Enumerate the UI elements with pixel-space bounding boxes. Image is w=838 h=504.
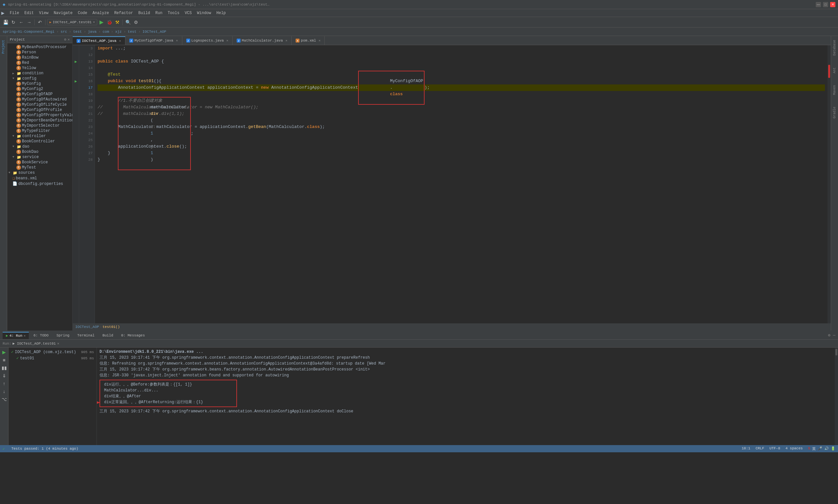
menu-refactor[interactable]: Refactor [112,10,136,16]
menu-navigate[interactable]: Navigate [51,10,75,16]
undo-button[interactable]: ↶ [36,19,43,26]
menu-run[interactable]: Run [153,10,165,16]
database-tab[interactable]: Database [832,37,837,58]
nav-project[interactable]: spring-01-Component_Regi [3,30,54,34]
down-button[interactable]: ↓ [1,388,7,395]
tab-logaspects[interactable]: J LogAspects.java ✕ [182,36,233,45]
tab-messages[interactable]: 0: Messages [118,332,148,339]
breadcrumb-class[interactable]: IOCTest_AOP [75,325,99,329]
back-button[interactable]: ← [18,19,25,26]
tree-item-mybeanpostprocessor[interactable]: C MyBeanPostProcessor [7,44,72,50]
run-coverage-button[interactable]: ⚒ [113,19,121,26]
tab-todo[interactable]: 6: TODO [30,332,52,339]
gutter-cell-16[interactable]: ▶ [73,78,79,85]
tree-item-mytypefilter[interactable]: C MyTypeFilter [7,128,72,133]
tab-ioctest-aop[interactable]: J IOCTest_AOP.java ✕ [73,36,125,45]
tab-close-icon[interactable]: ✕ [227,39,229,42]
panel-settings-icon[interactable]: ⚙ [828,333,831,338]
menu-code[interactable]: Code [75,10,90,16]
run-tab-close[interactable]: ✕ [23,334,25,338]
maximize-button[interactable]: □ [823,2,828,7]
minimize-button[interactable]: — [816,2,821,7]
tab-myconfigofaop[interactable]: J MyConfigOfAOP.java ✕ [125,36,182,45]
nav-com[interactable]: com [103,30,109,34]
tree-item-beans-xml[interactable]: ❑ beans.xml [7,176,72,181]
tree-item-config[interactable]: ▼ 📁 config [7,76,72,81]
nav-java[interactable]: java [88,30,96,34]
tree-item-myconfig2[interactable]: C MyConfig2 [7,86,72,92]
nav-class[interactable]: IOCTest_AOP [142,30,166,34]
tree-item-controller[interactable]: ▼ 📁 controller [7,133,72,139]
tree-item-service[interactable]: ▼ 📁 service [7,155,72,160]
project-settings-icon[interactable]: ⚙ [64,37,67,41]
gutter-cell-13[interactable]: ▶ [73,58,79,65]
tree-item-myconfigoflifecycle[interactable]: C MyConfigOfLifeCycle [7,102,72,107]
tree-item-myconfigofaop[interactable]: C MyConfigOfAOP [7,92,72,97]
run-tab-close2[interactable]: ✕ [57,341,59,346]
sync-button[interactable]: ↻ [10,19,17,26]
tab-terminal[interactable]: Terminal [74,332,98,339]
suspend-button[interactable]: ▮▮ [1,364,7,371]
tree-item-myconfigofautowired[interactable]: C MyConfigOfAutowired [7,97,72,102]
debug-button[interactable]: 🐞 [106,19,113,26]
menu-help[interactable]: Help [214,10,229,16]
forward-button[interactable]: → [25,19,33,26]
window-controls[interactable]: — □ ✕ [816,2,835,7]
menu-build[interactable]: Build [136,10,153,16]
menu-window[interactable]: Window [194,10,214,16]
tree-item-rainbow[interactable]: C RainBow [7,55,72,60]
nav-xjz[interactable]: xjz [115,30,122,34]
run-configuration[interactable]: ▶ IOCTest_AOP.test01 ▾ [47,19,97,25]
tree-item-myimportselector[interactable]: C MyImportSelector [7,123,72,128]
tab-close-icon[interactable]: ✕ [119,39,121,43]
scroll-to-end-button[interactable]: ⇓ [1,373,7,379]
gradle-tab[interactable]: Gradle [832,104,837,121]
up-button[interactable]: ↑ [1,380,7,387]
run-class-icon[interactable]: ▶ [75,59,77,64]
search-everywhere-button[interactable]: 🔍 [124,19,131,26]
tree-item-bookcontroller[interactable]: C BookController [7,139,72,144]
tab-mathcalculator[interactable]: J MathCalculator.java ✕ [233,36,292,45]
project-tab[interactable]: Project [1,37,6,56]
nav-src[interactable]: src [60,30,67,34]
tab-close-icon[interactable]: ✕ [285,39,287,42]
tab-run[interactable]: ▶ 4: Run ✕ [3,332,29,339]
menu-edit[interactable]: Edit [22,10,36,16]
tab-close-icon[interactable]: ✕ [176,39,178,42]
filter-button[interactable]: ⌥ [1,396,7,402]
tree-item-mytest[interactable]: C MyTest [7,165,72,170]
tab-spring[interactable]: Spring [53,332,73,339]
tree-item-yellow[interactable]: C Yellow [7,66,72,71]
tab-build[interactable]: Build [99,332,117,339]
tree-item-red[interactable]: C Red [7,60,72,66]
menu-file[interactable]: File [7,10,22,16]
run-button[interactable]: ▶ [98,19,105,26]
tree-item-dbconfig[interactable]: 📄 dbconfig.properties [7,181,72,186]
run-tree-test01[interactable]: ✓ test01 905 ms [10,355,95,361]
right-scrollbar[interactable] [827,45,831,323]
menu-analyze[interactable]: Analyze [90,10,112,16]
menu-view[interactable]: View [36,10,51,16]
tree-item-person[interactable]: C Person [7,50,72,55]
menu-vcs[interactable]: VCS [182,10,194,16]
tree-item-myimportbeandefinitionregistrar[interactable]: C MyImportBeanDefinitionRegistrar [7,118,72,123]
code-content[interactable]: import ...; public class IOCTest_AOP { [95,45,827,323]
nav-test-pkg[interactable]: test [128,30,136,34]
tree-item-myconfigofprofile[interactable]: C MyConfigOfProfile [7,107,72,112]
maven-tab[interactable]: Maven [832,83,837,97]
stop-button[interactable]: ■ [1,357,7,363]
tree-item-myconfigofpropertyvalues[interactable]: C MyConfigOfPropertyValues [7,112,72,118]
panel-minimize-icon[interactable]: — [833,333,835,338]
breadcrumb-method[interactable]: test01() [103,325,120,329]
settings-button[interactable]: ⚙ [132,19,140,26]
save-all-button[interactable]: 💾 [2,19,9,26]
nav-test[interactable]: test [73,30,82,34]
tree-item-dao[interactable]: ▼ 📁 dao [7,144,72,149]
tree-item-condition[interactable]: ▶ 📁 condition [7,71,72,76]
run-method-icon[interactable]: ▶ [75,79,77,84]
tree-item-bookservice[interactable]: C BookService [7,160,72,165]
tree-item-bookdao[interactable]: C BookDao [7,149,72,155]
output-scrollbar[interactable] [835,347,838,445]
ant-tab[interactable]: Ant [832,65,837,76]
rerun-button[interactable]: ▶ [1,349,7,356]
